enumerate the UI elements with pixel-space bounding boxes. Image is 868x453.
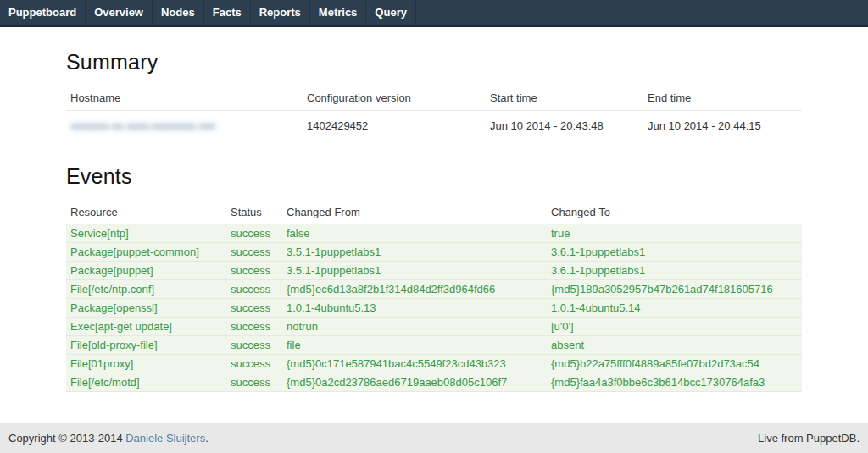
event-changed-from: 3.5.1-1puppetlabs1 [282, 243, 547, 262]
event-changed-to: 3.6.1-1puppetlabs1 [547, 243, 802, 262]
event-resource: Package[openssl] [66, 299, 226, 318]
event-resource: Package[puppet-common] [66, 243, 226, 262]
event-row: File[01proxy] success {md5}0c171e587941b… [66, 355, 802, 373]
summary-title: Summary [66, 50, 802, 75]
event-row: Package[puppet-common] success 3.5.1-1pu… [66, 243, 802, 262]
nav-item-query[interactable]: Query [366, 0, 416, 25]
summary-header-row: Hostname Configuration version Start tim… [66, 86, 802, 111]
summary-table: Hostname Configuration version Start tim… [66, 86, 802, 141]
events-col-resource: Resource [66, 200, 226, 224]
event-status: success [226, 262, 282, 280]
events-col-status: Status [226, 200, 282, 224]
event-changed-from: {md5}0c171e587941bac4c5549f23cd43b323 [282, 355, 547, 373]
summary-col-hostname: Hostname [66, 86, 303, 111]
author-link[interactable]: Daniele Sluijters [125, 432, 205, 445]
event-changed-to: true [547, 224, 802, 243]
events-table: Resource Status Changed From Changed To … [66, 200, 802, 392]
event-status: success [226, 373, 282, 392]
event-resource: File[01proxy] [66, 355, 226, 373]
event-row: Service[ntp] success false true [66, 224, 802, 243]
hostname-link-redacted[interactable]: xxxxxxx-xx.xxxx.xxxxxxxx.xxx [70, 119, 215, 132]
nav-item-reports[interactable]: Reports [251, 0, 310, 25]
event-status: success [226, 318, 282, 336]
events-col-changed-from: Changed From [282, 200, 547, 224]
event-resource: Exec[apt-get update] [66, 318, 226, 336]
event-changed-to: absent [547, 336, 802, 355]
event-resource: Package[puppet] [66, 262, 226, 280]
summary-col-start-time: Start time [486, 86, 643, 111]
footer: Copyright © 2013-2014 Daniele Sluijters.… [0, 423, 868, 453]
event-status: success [226, 243, 282, 262]
event-status: success [226, 299, 282, 318]
event-row: File[/etc/motd] success {md5}0a2cd23786a… [66, 373, 802, 392]
summary-col-end-time: End time [643, 86, 802, 111]
nav-item-nodes[interactable]: Nodes [153, 0, 204, 25]
copyright-text: Copyright © 2013-2014 Daniele Sluijters. [8, 432, 209, 445]
event-changed-from: file [282, 336, 547, 355]
event-changed-to: 3.6.1-1puppetlabs1 [547, 262, 802, 280]
event-status: success [226, 280, 282, 299]
event-row: File[old-proxy-file] success file absent [66, 336, 802, 355]
end-time-value: Jun 10 2014 - 20:44:15 [643, 111, 802, 141]
event-resource: File[/etc/ntp.conf] [66, 280, 226, 299]
events-title: Events [66, 164, 802, 189]
top-navbar: Puppetboard Overview Nodes Facts Reports… [0, 0, 868, 27]
configuration-version-value: 1402429452 [303, 111, 486, 141]
event-changed-to: {md5}b22a75fff0f4889a85fe07bd2d73ac54 [547, 355, 802, 373]
event-changed-from: {md5}0a2cd23786aed6719aaeb08d05c106f7 [282, 373, 547, 392]
live-from-puppetdb-text: Live from PuppetDB. [758, 432, 860, 445]
event-changed-to: [u'0'] [547, 318, 802, 336]
event-status: success [226, 336, 282, 355]
event-resource: File[old-proxy-file] [66, 336, 226, 355]
summary-data-row: xxxxxxx-xx.xxxx.xxxxxxxx.xxx 1402429452 … [66, 111, 802, 141]
event-resource: Service[ntp] [66, 224, 226, 243]
nav-item-overview[interactable]: Overview [86, 0, 153, 25]
event-changed-from: false [282, 224, 547, 243]
event-changed-to: {md5}faa4a3f0bbe6c3b614bcc1730764afa3 [547, 373, 802, 392]
event-row: Package[openssl] success 1.0.1-4ubuntu5.… [66, 299, 802, 318]
events-col-changed-to: Changed To [547, 200, 802, 224]
event-status: success [226, 355, 282, 373]
event-changed-from: 3.5.1-1puppetlabs1 [282, 262, 547, 280]
event-changed-to: 1.0.1-4ubuntu5.14 [547, 299, 802, 318]
event-resource: File[/etc/motd] [66, 373, 226, 392]
nav-item-metrics[interactable]: Metrics [310, 0, 367, 25]
event-row: File[/etc/ntp.conf] success {md5}ec6d13a… [66, 280, 802, 299]
event-status: success [226, 224, 282, 243]
events-header-row: Resource Status Changed From Changed To [66, 200, 802, 224]
event-row: Package[puppet] success 3.5.1-1puppetlab… [66, 262, 802, 280]
brand-puppetboard[interactable]: Puppetboard [0, 0, 86, 25]
event-changed-from: notrun [282, 318, 547, 336]
event-row: Exec[apt-get update] success notrun [u'0… [66, 318, 802, 336]
main-content: Summary Hostname Configuration version S… [66, 50, 802, 392]
start-time-value: Jun 10 2014 - 20:43:48 [486, 111, 643, 141]
event-changed-from: {md5}ec6d13a8f2b1f314d84d2ff3d964fd66 [282, 280, 547, 299]
summary-col-config-version: Configuration version [303, 86, 486, 111]
nav-item-facts[interactable]: Facts [204, 0, 251, 25]
event-changed-to: {md5}189a3052957b47b261ad74f181605716 [547, 280, 802, 299]
event-changed-from: 1.0.1-4ubuntu5.13 [282, 299, 547, 318]
